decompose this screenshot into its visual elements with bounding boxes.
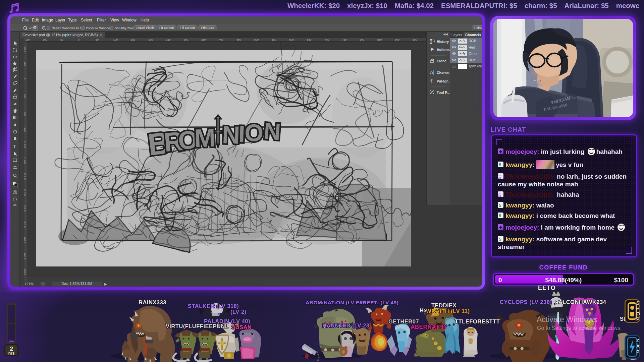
svg-text:5: 5 [499, 163, 501, 167]
svg-text:5: 5 [499, 203, 501, 208]
svg-text:¶: ¶ [430, 78, 433, 83]
svg-text:T: T [13, 144, 16, 149]
svg-text:A|: A| [430, 70, 434, 75]
svg-text:5: 5 [499, 214, 501, 218]
svg-text:5: 5 [499, 237, 501, 242]
svg-text:2#: 2# [498, 174, 501, 177]
svg-text:M: M [194, 123, 216, 153]
svg-text:N: N [222, 121, 240, 149]
svg-text:23: 23 [498, 195, 501, 197]
svg-text:23: 23 [498, 177, 501, 179]
svg-text:N: N [263, 118, 282, 145]
svg-text:2#: 2# [498, 192, 501, 195]
svg-text:O: O [244, 119, 264, 147]
